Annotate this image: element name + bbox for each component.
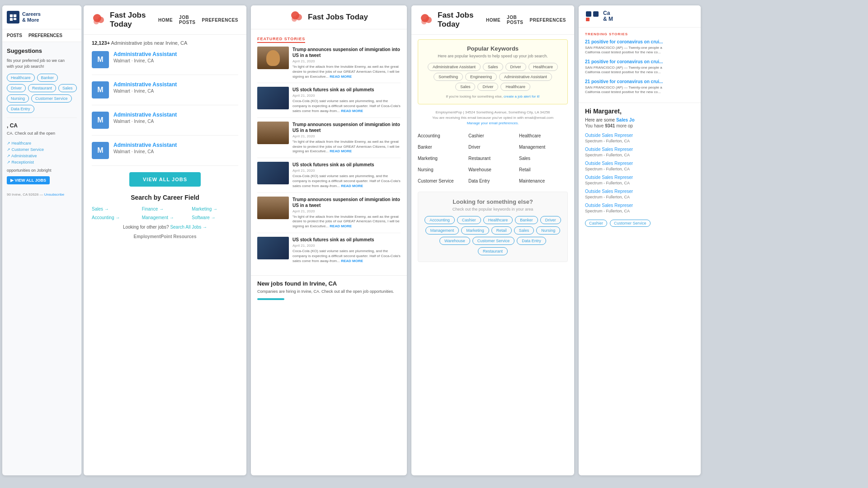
ltag-restaurant[interactable]: Restaurant [478, 247, 508, 255]
kw-engineering[interactable]: Engineering [465, 73, 497, 81]
nav-home3[interactable]: HOME [486, 18, 500, 23]
outside-sales-link6[interactable]: Outside Sales Represer [585, 203, 694, 208]
grid-maintenance[interactable]: Maintenance [519, 177, 568, 185]
nav-job-posts3[interactable]: JOB POSTS [507, 15, 523, 25]
ltag-accounting[interactable]: Accounting [425, 216, 455, 224]
tag-banker[interactable]: Banker [37, 74, 58, 82]
btag-customer-service[interactable]: Customer Service [610, 220, 651, 227]
manage-prefs-link[interactable]: Manage your email preferences. [467, 121, 519, 125]
ltag-retail[interactable]: Retail [491, 226, 512, 235]
ltag-sales[interactable]: Sales [514, 226, 534, 235]
tag-driver[interactable]: Driver [7, 84, 26, 92]
grid-healthcare[interactable]: Healthcare [519, 131, 568, 140]
ltag-nursing[interactable]: Nursing [536, 226, 560, 235]
kw-admin-assistant[interactable]: Administrative Assistant [428, 63, 481, 71]
outside-sales-link3[interactable]: Outside Sales Represer [585, 161, 694, 166]
link-healthcare[interactable]: Healthcare [7, 141, 77, 145]
nav-job-posts[interactable]: JOB POSTS [179, 15, 195, 25]
view-all-jobs-button[interactable]: VIEW ALL JOBS [129, 172, 201, 187]
read-more-link[interactable]: READ MORE [341, 184, 363, 188]
grid-marketing[interactable]: Marketing [418, 154, 467, 163]
story-thumb-stock [257, 162, 289, 184]
ltag-marketing[interactable]: Marketing [461, 226, 489, 235]
link-receptionist[interactable]: Receptionist [7, 160, 77, 164]
create-job-alert-link[interactable]: create a job alert for it! [504, 94, 540, 99]
trend-title[interactable]: 21 positive for coronavirus on crui... [585, 79, 694, 84]
read-more-link[interactable]: READ MORE [341, 109, 363, 113]
kw-healthcare2[interactable]: Healthcare [500, 83, 530, 91]
kw-driver[interactable]: Driver [505, 63, 526, 71]
grid-banker[interactable]: Banker [418, 143, 467, 151]
nav-posts[interactable]: POSTS [7, 33, 22, 38]
ltag-cashier[interactable]: Cashier [457, 216, 481, 224]
kw-admin-assistant2[interactable]: Administrative Assistant [499, 73, 552, 81]
outside-sales-link1[interactable]: Outside Sales Represer [585, 133, 694, 138]
read-more-link[interactable]: READ MORE [330, 224, 352, 228]
outside-sales-link5[interactable]: Outside Sales Represer [585, 189, 694, 194]
tag-restaurant[interactable]: Restaurant [28, 84, 56, 92]
read-more-link[interactable]: READ MORE [330, 75, 352, 79]
outside-sales-link2[interactable]: Outside Sales Represer [585, 147, 694, 152]
story-title[interactable]: Trump announces suspension of immigratio… [292, 197, 401, 208]
job-title[interactable]: Administrative Assistant [113, 81, 238, 88]
ltag-warehouse[interactable]: Warehouse [439, 237, 470, 245]
story-title[interactable]: Trump announces suspension of immigratio… [292, 122, 401, 133]
nav-home[interactable]: HOME [158, 18, 173, 23]
kw-driver2[interactable]: Driver [477, 83, 498, 91]
tag-customer-service[interactable]: Customer Service [31, 94, 72, 103]
tag-data-entry[interactable]: Data Entry [7, 105, 34, 113]
story-title[interactable]: US stock futures sink as oil plummets [292, 237, 401, 243]
career-management[interactable]: Management [142, 215, 189, 220]
nav-preferences[interactable]: PREFERENCES [28, 33, 62, 38]
career-software[interactable]: Software [192, 215, 238, 220]
job-title[interactable]: Administrative Assistant [113, 112, 238, 118]
ltag-banker[interactable]: Banker [515, 216, 538, 224]
grid-cashier[interactable]: Cashier [468, 131, 517, 140]
read-more-link[interactable]: READ MORE [341, 259, 363, 263]
grid-data-entry[interactable]: Data Entry [468, 177, 517, 185]
ltag-healthcare[interactable]: Healthcare [483, 216, 513, 224]
job-title[interactable]: Administrative Assistant [113, 51, 238, 57]
career-finance[interactable]: Finance [142, 206, 189, 211]
story-title[interactable]: US stock futures sink as oil plummets [292, 162, 401, 168]
ltag-driver[interactable]: Driver [540, 216, 561, 224]
tag-healthcare[interactable]: Healthcare [7, 74, 35, 82]
ltag-customer-service[interactable]: Customer Service [472, 237, 515, 245]
link-customer-service[interactable]: Customer Service [7, 147, 77, 152]
grid-driver[interactable]: Driver [468, 143, 517, 151]
story-title[interactable]: Trump announces suspension of immigratio… [292, 47, 401, 58]
grid-sales[interactable]: Sales [519, 154, 568, 163]
outside-sales-link4[interactable]: Outside Sales Represer [585, 175, 694, 180]
kw-healthcare[interactable]: Healthcare [528, 63, 558, 71]
grid-customer-service[interactable]: Customer Service [418, 177, 467, 185]
kw-something[interactable]: Something [434, 73, 463, 81]
view-all-jobs-btn[interactable]: ▶ VIEW ALL JOBS [7, 176, 50, 184]
job-item: M Administrative Assistant Walmart · Irv… [92, 112, 238, 136]
grid-warehouse[interactable]: Warehouse [468, 165, 517, 174]
grid-retail[interactable]: Retail [519, 165, 568, 174]
nav-preferences3[interactable]: PREFERENCES [529, 18, 566, 23]
career-marketing[interactable]: Marketing [192, 206, 238, 211]
btag-cashier[interactable]: Cashier [585, 220, 607, 227]
grid-management[interactable]: Management [519, 143, 568, 151]
career-sales[interactable]: Sales [92, 206, 138, 211]
read-more-link[interactable]: READ MORE [330, 149, 352, 153]
link-administrative[interactable]: Administrative [7, 154, 77, 158]
ltag-management[interactable]: Management [425, 226, 459, 235]
ltag-data-entry[interactable]: Data Entry [517, 237, 546, 245]
tag-nursing[interactable]: Nursing [7, 94, 29, 103]
kw-sales2[interactable]: Sales [455, 83, 476, 91]
nav-preferences[interactable]: PREFERENCES [202, 18, 238, 23]
search-all-link[interactable]: Search All Jobs → [170, 225, 207, 230]
suggestion-tags: Healthcare Banker Driver Restaurant Sale… [7, 74, 77, 113]
grid-accounting[interactable]: Accounting [418, 131, 467, 140]
kw-sales[interactable]: Sales [483, 63, 503, 71]
trend-title[interactable]: 21 positive for coronavirus on crui... [585, 59, 694, 65]
grid-nursing[interactable]: Nursing [418, 165, 467, 174]
job-title[interactable]: Administrative Assistant [113, 142, 238, 148]
career-accounting[interactable]: Accounting [92, 215, 138, 220]
trend-title[interactable]: 21 positive for coronavirus on crui... [585, 39, 694, 45]
grid-restaurant[interactable]: Restaurant [468, 154, 517, 163]
story-title[interactable]: US stock futures sink as oil plummets [292, 87, 401, 93]
tag-sales[interactable]: Sales [58, 84, 77, 92]
